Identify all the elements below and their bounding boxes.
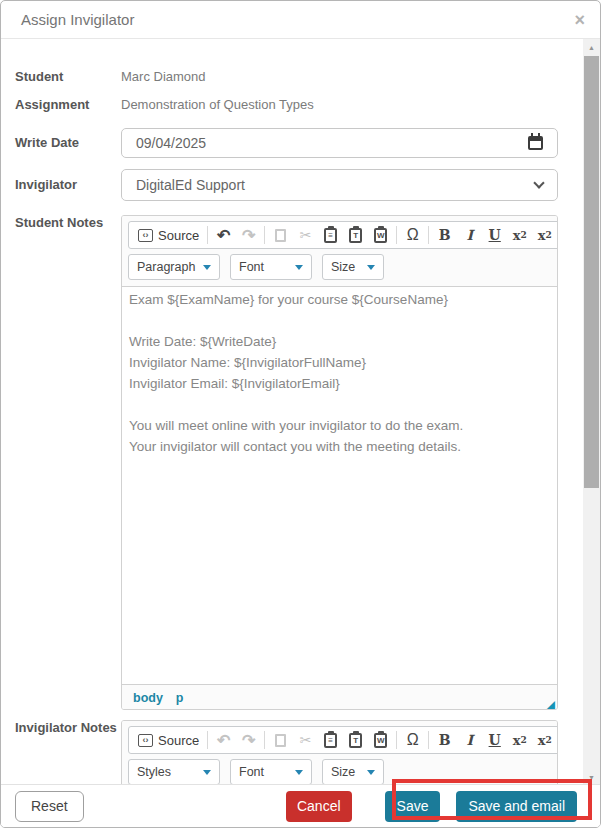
undo-icon[interactable]: ↶	[211, 728, 236, 752]
student-label: Student	[15, 69, 121, 84]
notes-line: Exam ${ExamName} for your course ${Cours…	[129, 289, 550, 310]
caret-down-icon	[295, 265, 303, 270]
assignment-value: Demonstration of Question Types	[121, 97, 314, 112]
notes-line: You will meet online with your invigilat…	[129, 415, 550, 436]
cancel-button[interactable]: Cancel	[286, 791, 352, 822]
student-value: Marc Diamond	[121, 69, 206, 84]
redo-icon[interactable]: ↷	[236, 728, 261, 752]
notes-line: Your invigilator will contact you with t…	[129, 436, 550, 457]
cut-icon[interactable]: ✂	[293, 223, 318, 247]
bold-button[interactable]: B	[432, 223, 457, 247]
scrollbar-thumb[interactable]	[584, 56, 599, 488]
paste-word-icon[interactable]: W	[368, 728, 393, 752]
student-notes-label: Student Notes	[15, 215, 121, 710]
source-button[interactable]: ‹› Source	[133, 223, 204, 247]
toolbar-separator	[396, 731, 397, 749]
toolbar-separator	[396, 226, 397, 244]
save-and-email-button[interactable]: Save and email	[456, 791, 577, 822]
invigilator-select[interactable]: DigitalEd Support	[121, 169, 558, 201]
toolbar-separator	[264, 226, 265, 244]
scroll-up-icon[interactable]: ▲	[583, 39, 600, 56]
path-body[interactable]: body	[133, 691, 163, 705]
student-notes-editor: ‹› Source ↶ ↷ ✂ ≡ T W Ω	[121, 215, 558, 710]
write-date-input[interactable]: 09/04/2025	[121, 128, 558, 158]
special-character-icon[interactable]: Ω	[400, 223, 425, 247]
caret-down-icon	[367, 770, 375, 775]
dialog-footer: Reset Cancel Save Save and email	[1, 784, 600, 827]
caret-down-icon	[203, 265, 211, 270]
assignment-label: Assignment	[15, 97, 121, 112]
italic-button[interactable]: I	[457, 728, 482, 752]
invigilator-label: Invigilator	[15, 170, 121, 200]
toolbar-separator	[207, 226, 208, 244]
special-character-icon[interactable]: Ω	[400, 728, 425, 752]
superscript-button[interactable]: x2	[532, 728, 557, 752]
notes-line	[129, 310, 550, 331]
size-dropdown[interactable]: Size	[322, 254, 384, 280]
invigilator-notes-editor: ‹› Source ↶ ↷ ✂ ≡ T W Ω	[121, 720, 558, 786]
editor-toolbar: ‹› Source ↶ ↷ ✂ ≡ T W Ω	[122, 721, 557, 786]
paste-text-icon[interactable]: T	[343, 728, 368, 752]
close-icon[interactable]: ×	[574, 11, 585, 29]
reset-button[interactable]: Reset	[15, 791, 84, 822]
invigilator-notes-label: Invigilator Notes	[15, 720, 121, 786]
size-dropdown[interactable]: Size	[322, 759, 384, 785]
student-row: Student Marc Diamond	[15, 69, 569, 84]
bold-button[interactable]: B	[432, 728, 457, 752]
invigilator-row: Invigilator DigitalEd Support	[15, 169, 569, 201]
editor-toolbar: ‹› Source ↶ ↷ ✂ ≡ T W Ω	[122, 216, 557, 287]
dialog-header: Assign Invigilator ×	[1, 1, 600, 39]
toolbar-separator	[428, 226, 429, 244]
subscript-button[interactable]: x2	[507, 223, 532, 247]
invigilator-notes-row: Invigilator Notes ‹› Source ↶ ↷ ✂	[15, 720, 569, 786]
notes-line: Write Date: ${WriteDate}	[129, 331, 550, 352]
scrollbar[interactable]: ▲ ▼	[583, 39, 600, 786]
notes-line: Invigilator Name: ${InvigilatorFullName}	[129, 352, 550, 373]
font-dropdown[interactable]: Font	[230, 759, 312, 785]
save-button[interactable]: Save	[385, 791, 441, 822]
toolbar-separator	[428, 731, 429, 749]
caret-down-icon	[295, 770, 303, 775]
write-date-label: Write Date	[15, 128, 121, 158]
resize-handle-icon[interactable]: ◢	[547, 699, 555, 710]
source-button[interactable]: ‹› Source	[133, 728, 204, 752]
caret-down-icon	[367, 265, 375, 270]
toolbar-separator	[207, 731, 208, 749]
invigilator-selected-value: DigitalEd Support	[136, 177, 245, 193]
underline-button[interactable]: U	[482, 728, 507, 752]
paste-word-icon[interactable]: W	[368, 223, 393, 247]
copy-icon[interactable]	[268, 728, 293, 752]
toolbar-separator	[264, 731, 265, 749]
copy-icon[interactable]	[268, 223, 293, 247]
student-notes-content[interactable]: Exam ${ExamName} for your course ${Cours…	[122, 287, 557, 684]
calendar-icon[interactable]	[528, 136, 543, 150]
paste-text-icon[interactable]: T	[343, 223, 368, 247]
paste-icon[interactable]: ≡	[318, 223, 343, 247]
italic-button[interactable]: I	[457, 223, 482, 247]
path-p[interactable]: p	[176, 691, 184, 705]
write-date-row: Write Date 09/04/2025	[15, 128, 569, 158]
dialog-title: Assign Invigilator	[21, 11, 574, 28]
element-path-bar: body p ◢	[122, 684, 557, 710]
caret-down-icon	[203, 770, 211, 775]
student-notes-row: Student Notes ‹› Source ↶ ↷ ✂ ≡	[15, 215, 569, 710]
subscript-button[interactable]: x2	[507, 728, 532, 752]
source-icon: ‹›	[138, 229, 153, 242]
paragraph-format-dropdown[interactable]: Paragraph	[128, 254, 220, 280]
font-dropdown[interactable]: Font	[230, 254, 312, 280]
redo-icon[interactable]: ↷	[236, 223, 261, 247]
source-icon: ‹›	[138, 734, 153, 747]
styles-dropdown[interactable]: Styles	[128, 759, 220, 785]
notes-line: Invigilator Email: ${InvigilatorEmail}	[129, 373, 550, 394]
dialog-body: Student Marc Diamond Assignment Demonstr…	[1, 39, 600, 786]
assign-invigilator-dialog: Assign Invigilator × Student Marc Diamon…	[0, 0, 601, 828]
notes-line	[129, 394, 550, 415]
cut-icon[interactable]: ✂	[293, 728, 318, 752]
superscript-button[interactable]: x2	[532, 223, 557, 247]
underline-button[interactable]: U	[482, 223, 507, 247]
write-date-value: 09/04/2025	[136, 135, 206, 151]
undo-icon[interactable]: ↶	[211, 223, 236, 247]
assignment-row: Assignment Demonstration of Question Typ…	[15, 97, 569, 112]
paste-icon[interactable]: ≡	[318, 728, 343, 752]
chevron-down-icon	[533, 177, 544, 188]
